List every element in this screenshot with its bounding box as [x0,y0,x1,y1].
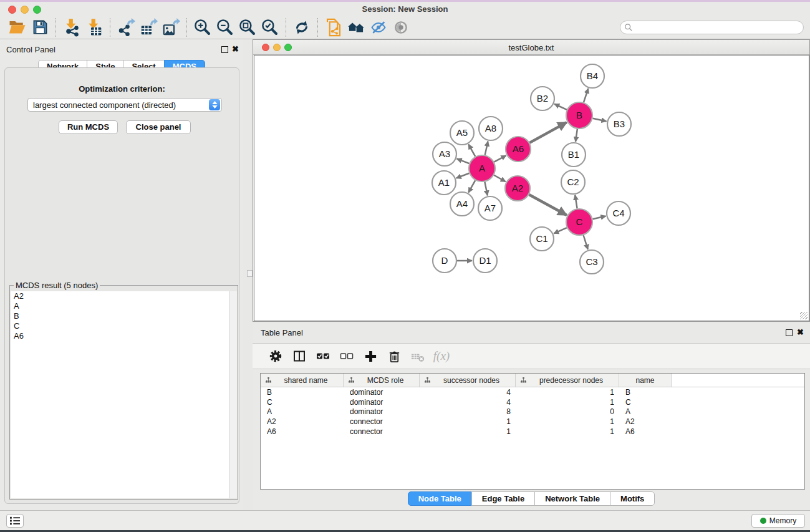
float-panel-icon[interactable] [221,46,228,53]
graph-node-D[interactable]: D [433,249,456,273]
graph-node-C1[interactable]: C1 [530,227,554,251]
graph-edge-A2-C[interactable] [529,195,566,215]
graph-edge-B-B3[interactable] [592,118,606,122]
graph-node-A[interactable]: A [469,155,495,181]
column-header-MCDS-role[interactable]: MCDS role [344,374,420,387]
hide-graphics-details-button[interactable] [367,17,390,38]
run-mcds-button[interactable]: Run MCDS [59,120,118,134]
graph-node-A6[interactable]: A6 [506,137,531,162]
function-builder-button[interactable]: f(x) [430,347,453,365]
delete-column-button[interactable] [382,347,406,365]
mcds-result-item[interactable]: B [11,311,229,321]
export-network-button[interactable] [115,17,137,38]
delete-table-button[interactable] [406,347,430,365]
column-header-successor-nodes[interactable]: successor nodes [420,374,516,387]
zoom-in-button[interactable] [191,17,214,38]
optimization-criterion-dropdown[interactable]: largest connected component (directed) [27,98,222,112]
graph-edge-B-B1[interactable] [576,129,577,142]
show-columns-button[interactable] [287,347,311,365]
zoom-out-button[interactable] [214,17,236,38]
graph-node-A2[interactable]: A2 [505,176,530,201]
graph-node-C2[interactable]: C2 [561,170,585,194]
show-graphics-details-button[interactable] [390,17,412,38]
search-field[interactable] [620,21,804,34]
table-row[interactable]: Adominator80A [261,407,804,417]
graph-edge-A-A3[interactable] [457,159,470,164]
graph-edge-A-A2[interactable] [494,175,506,181]
graph-edge-C-C4[interactable] [592,216,605,220]
graph-edge-A-A8[interactable] [485,142,488,155]
table-row[interactable]: A6connector11A6 [261,427,804,437]
mcds-result-item[interactable]: A6 [11,331,229,341]
graph-node-B1[interactable]: B1 [562,143,586,167]
tab-node-table[interactable]: Node Table [408,491,472,506]
open-session-button[interactable] [6,17,29,38]
table-row[interactable]: A2connector11A2 [261,417,804,427]
memory-button[interactable]: Memory [751,514,805,528]
table-cell: C [619,398,672,407]
graph-node-A7[interactable]: A7 [478,196,502,220]
table-settings-button[interactable] [264,347,287,365]
graph-node-A5[interactable]: A5 [450,121,474,145]
home-button[interactable] [345,17,367,38]
network-canvas[interactable]: AA1A2A3A4A5A6A7A8BB1B2B3B4CC1C2C3C4DD1 [254,55,809,321]
graph-node-B2[interactable]: B2 [531,87,554,110]
graph-edge-A-A4[interactable] [468,180,475,193]
graph-edge-B-B4[interactable] [584,89,588,102]
network-window-titlebar[interactable]: testGlobe.txt [253,40,809,55]
graph-edge-A-A6[interactable] [494,155,506,162]
table-float-icon[interactable] [786,329,793,336]
graph-edge-A-A1[interactable] [456,173,470,178]
mcds-result-item[interactable]: C [11,321,229,331]
graph-node-D1[interactable]: D1 [473,249,497,273]
export-image-button[interactable] [160,17,182,38]
graph-edge-A-A7[interactable] [485,182,487,196]
graph-node-C4[interactable]: C4 [607,201,630,225]
save-session-button[interactable] [29,17,51,38]
graph-edge-C-C2[interactable] [575,195,577,209]
graph-node-B[interactable]: B [566,102,592,128]
graph-node-A1[interactable]: A1 [432,171,456,195]
clone-network-button[interactable] [322,17,345,38]
refresh-button[interactable] [291,17,313,38]
table-row[interactable]: Bdominator41B [261,387,804,397]
column-header-predecessor-nodes[interactable]: predecessor nodes [516,374,619,387]
graph-edge-C-C3[interactable] [584,235,588,249]
import-table-button[interactable] [83,17,105,38]
graph-node-A4[interactable]: A4 [450,192,474,216]
window-resize-grip[interactable] [800,312,808,319]
import-network-button[interactable] [60,17,83,38]
add-column-button[interactable] [359,347,382,365]
mcds-result-item[interactable]: A2 [11,291,229,301]
tab-edge-table[interactable]: Edge Table [471,491,535,506]
deselect-all-button[interactable] [335,347,359,365]
graph-node-B3[interactable]: B3 [607,112,631,136]
graph-node-A8[interactable]: A8 [479,117,503,140]
graph-node-B4[interactable]: B4 [581,64,604,88]
graph-edge-B-B2[interactable] [554,104,567,110]
tab-network-table[interactable]: Network Table [534,491,610,506]
table-close-icon[interactable]: ✖ [797,329,804,336]
close-panel-button[interactable]: Close panel [126,120,191,134]
home-icon [347,19,365,36]
column-header-shared-name[interactable]: shared name [261,374,344,387]
panel-splitter-grip[interactable] [247,270,253,277]
graph-edge-A6-B[interactable] [529,122,566,143]
column-header-name[interactable]: name [619,374,672,387]
graph-node-C[interactable]: C [566,209,592,235]
zoom-fit-button[interactable] [236,17,259,38]
result-scrollbar[interactable] [229,291,237,498]
graph-node-C3[interactable]: C3 [580,250,604,274]
graph-node-A3[interactable]: A3 [433,142,456,166]
task-history-button[interactable] [6,514,24,528]
export-table-button[interactable] [137,17,160,38]
mcds-result-item[interactable]: A [11,301,229,311]
graph-edge-A-A5[interactable] [468,144,475,157]
tab-motifs[interactable]: Motifs [610,491,655,506]
zoom-selected-button[interactable] [259,17,281,38]
graph-edge-C-C1[interactable] [554,228,567,233]
select-all-button[interactable] [311,347,335,365]
close-panel-icon[interactable]: ✖ [232,46,239,52]
table-row[interactable]: Cdominator41C [261,397,804,407]
search-input[interactable] [633,22,799,32]
